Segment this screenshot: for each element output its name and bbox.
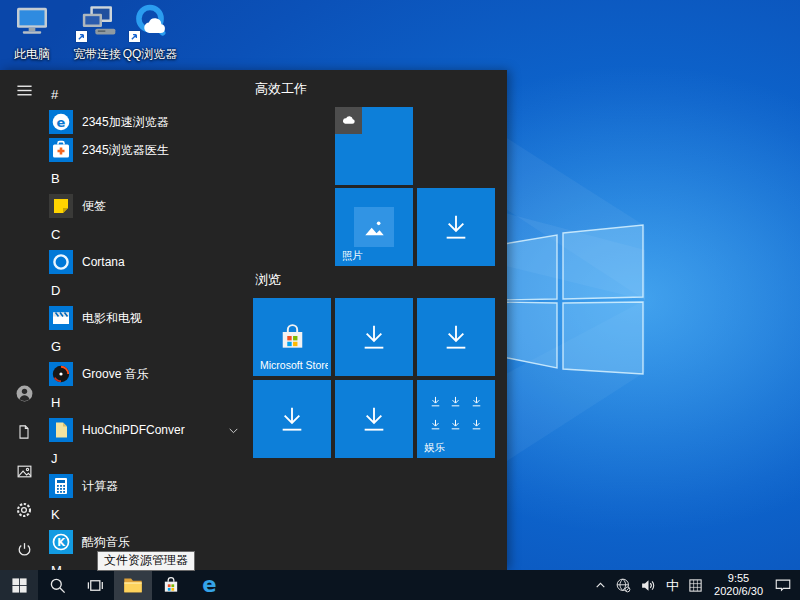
app-item-label: 计算器 [82,478,118,495]
taskbar-search-button[interactable] [38,570,76,600]
app-list-header[interactable]: B [48,164,248,192]
gear-icon [15,501,33,522]
app-list-header[interactable]: G [48,332,248,360]
groove-icon [49,362,73,386]
app-list-header-label: M [51,563,62,571]
power-icon [16,541,33,561]
system-tray: 中 9:55 2020/6/30 [590,570,800,600]
app-list-header[interactable]: J [48,444,248,472]
file-explorer-button[interactable] [114,570,152,600]
shortcut-arrow-icon [129,31,140,42]
app-item-label: Groove 音乐 [82,366,149,383]
network-globe-icon[interactable] [611,570,636,600]
edge-button[interactable]: e [190,570,228,600]
settings-button[interactable] [0,492,48,531]
ime-mode-indicator[interactable]: 中 [661,570,684,600]
volume-icon[interactable] [636,570,661,600]
app-item-browser2345[interactable]: e2345加速浏览器 [48,108,248,136]
app-list-header-label: H [51,395,60,410]
tile-store[interactable]: Microsoft Store [253,298,331,376]
expand-menu-button[interactable] [0,72,48,112]
app-item-label: 电影和电视 [82,310,142,327]
app-item-cortana[interactable]: Cortana [48,248,248,276]
app-list: #e2345加速浏览器2345浏览器医生B便签CCortanaD电影和电视GGr… [48,80,248,570]
start-menu: #e2345加速浏览器2345浏览器医生B便签CCortanaD电影和电视GGr… [0,70,507,570]
taskbar: e 中 9:55 2020/6/30 [0,570,800,600]
cortana-icon [49,250,73,274]
calculator-icon [49,474,73,498]
svg-text:e: e [57,115,66,130]
app-list-header[interactable]: H [48,388,248,416]
kugou-icon: K [49,530,73,554]
windows-logo-icon [11,577,28,594]
shortcut-arrow-icon [76,31,87,42]
tooltip-text: 文件资源管理器 [104,553,188,567]
download-arrow-icon [449,395,462,408]
tile-download[interactable] [335,298,413,376]
pictures-button[interactable] [0,453,48,492]
tile-download[interactable] [335,380,413,458]
ime-keyboard-icon[interactable] [684,570,707,600]
desktop-icon-label: 此电脑 [0,46,64,63]
movies-icon [49,306,73,330]
folder-tile-mini-downloads [417,380,495,436]
download-arrow-icon [358,321,390,353]
user-account-button[interactable] [0,375,48,414]
tile-download[interactable] [253,380,331,458]
tooltip: 文件资源管理器 [97,551,195,571]
app-list-header[interactable]: K [48,500,248,528]
app-item-label: 便签 [82,198,106,215]
browser2345-icon: e [49,110,73,134]
user-icon [15,384,34,406]
tile-download[interactable] [417,188,495,266]
app-list-header[interactable]: D [48,276,248,304]
documents-button[interactable] [0,414,48,453]
rail-bottom [0,375,48,570]
app-list-header[interactable]: # [48,80,248,108]
download-arrow-icon [429,395,442,408]
photos-icon [354,207,394,247]
tray-chevron-up-icon[interactable] [590,570,611,600]
edge-icon: e [198,574,221,597]
store-bag-icon [161,575,181,595]
app-item-groove[interactable]: Groove 音乐 [48,360,248,388]
app-item-doctor2345[interactable]: 2345浏览器医生 [48,136,248,164]
app-item-pdf[interactable]: HuoChiPDFConver [48,416,248,444]
stickynote-icon [49,194,73,218]
power-button[interactable] [0,531,48,570]
download-arrow-icon [470,418,483,431]
chevron-down-icon[interactable] [227,424,240,437]
tile-group-title[interactable]: 高效工作 [255,80,307,98]
download-arrow-icon [429,418,442,431]
tile-group-title[interactable]: 浏览 [255,271,281,289]
app-item-label: 2345加速浏览器 [82,114,169,131]
app-list-header-label: K [51,507,60,522]
tile-download[interactable] [417,298,495,376]
microsoft-store-button[interactable] [152,570,190,600]
download-arrow-icon [449,418,462,431]
tile-onedrive-corner[interactable] [335,107,413,185]
desktop-icon-this-pc[interactable]: 此电脑 [0,6,64,63]
start-button[interactable] [0,570,38,600]
tile-label: 娱乐 [424,441,445,453]
screen: 此电脑 宽带连接 QQ浏览器 #e2345加速浏览器2345浏览器医生B便签CC… [0,0,800,600]
onedrive-cloud-icon [335,107,362,134]
pdf-icon [49,418,73,442]
action-center-icon[interactable] [770,570,796,600]
app-list-header-label: D [51,283,60,298]
desktop-icon-qq-browser[interactable]: QQ浏览器 [118,6,182,63]
app-item-stickynote[interactable]: 便签 [48,192,248,220]
app-item-movies[interactable]: 电影和电视 [48,304,248,332]
taskbar-clock[interactable]: 9:55 2020/6/30 [707,572,770,598]
doctor2345-icon [49,138,73,162]
app-list-header[interactable]: C [48,220,248,248]
app-list-header-label: # [51,87,58,102]
tile-photos[interactable]: 照片 [335,188,413,266]
task-view-icon [86,576,105,595]
app-item-label: 2345浏览器医生 [82,142,169,159]
app-list-header-label: C [51,227,60,242]
task-view-button[interactable] [76,570,114,600]
app-item-calculator[interactable]: 计算器 [48,472,248,500]
tile-label: Microsoft Store [260,359,328,371]
tile-download-group[interactable]: 娱乐 [417,380,495,458]
